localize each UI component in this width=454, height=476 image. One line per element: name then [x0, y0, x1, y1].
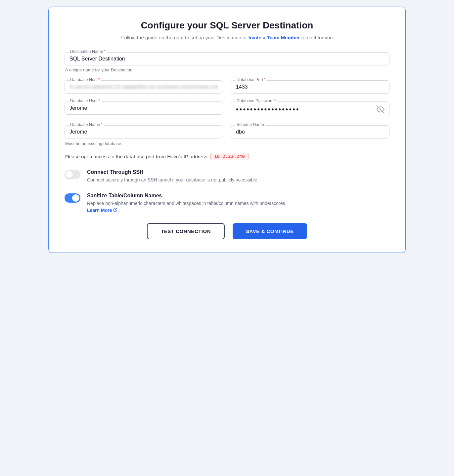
ssh-toggle-thumb	[66, 171, 73, 178]
database-port-label: Database Port*	[235, 77, 267, 82]
database-host-group: Database Host*	[65, 80, 223, 94]
ip-note-text: Please open access to the database port …	[65, 154, 207, 159]
dbname-schema-row: Database Name* Schema Name	[65, 125, 389, 139]
ssh-toggle-section: Connect Through SSH Connect securely thr…	[65, 169, 389, 183]
sanitize-toggle-content: Sanitize Table/Column Names Replace non-…	[87, 193, 389, 214]
database-password-label: Database Password*	[235, 99, 277, 103]
schema-name-label: Schema Name	[235, 122, 265, 127]
sanitize-toggle[interactable]	[65, 193, 80, 203]
button-row: TEST CONNECTION SAVE & CONTINUE	[65, 223, 389, 239]
database-name-label: Database Name*	[69, 122, 104, 127]
subtitle-suffix: to do it for you	[301, 35, 333, 40]
database-host-input[interactable]	[69, 84, 218, 90]
ip-address-badge: 10.2.22.240	[210, 153, 249, 160]
ssh-toggle-title: Connect Through SSH	[87, 169, 389, 175]
destination-name-hint: A unique name for your Destination	[65, 67, 389, 72]
external-link-icon	[113, 207, 117, 214]
ssh-toggle-content: Connect Through SSH Connect securely thr…	[87, 169, 389, 183]
sanitize-toggle-thumb	[72, 194, 79, 202]
destination-name-section: Destination Name* A unique name for your…	[65, 52, 389, 72]
test-connection-button[interactable]: TEST CONNECTION	[147, 223, 225, 239]
database-host-label: Database Host*	[69, 77, 101, 82]
destination-name-wrapper: Destination Name*	[65, 52, 389, 65]
svg-line-1	[115, 208, 117, 210]
database-port-input[interactable]	[236, 84, 385, 90]
database-name-wrapper: Database Name*	[65, 125, 223, 139]
host-port-row: Database Host* Database Port*	[65, 80, 389, 94]
database-user-group: Database User*	[65, 101, 223, 117]
database-port-wrapper: Database Port*	[231, 80, 389, 94]
sanitize-toggle-desc: Replace non-alphanumeric characters and …	[87, 200, 389, 214]
destination-name-group: Destination Name* A unique name for your…	[65, 52, 389, 72]
ip-note: Please open access to the database port …	[65, 153, 389, 160]
schema-name-group: Schema Name	[231, 125, 389, 139]
learn-more-link[interactable]: Learn More	[87, 207, 117, 214]
sanitize-toggle-track	[65, 193, 80, 203]
database-password-input[interactable]	[236, 105, 377, 114]
database-password-wrapper: Database Password*	[231, 101, 389, 117]
ssh-toggle[interactable]	[65, 170, 80, 179]
database-user-wrapper: Database User*	[65, 101, 223, 115]
user-password-row: Database User* Database Password*	[65, 101, 389, 117]
sanitize-toggle-section: Sanitize Table/Column Names Replace non-…	[65, 193, 389, 214]
toggle-password-visibility-icon[interactable]	[377, 105, 385, 113]
database-port-group: Database Port*	[231, 80, 389, 94]
ssh-toggle-desc: Connect securely through an SSH tunnel i…	[87, 177, 389, 183]
database-user-input[interactable]	[69, 105, 218, 111]
database-host-wrapper: Database Host*	[65, 80, 223, 94]
database-name-hint: Must be an existing database.	[65, 141, 389, 146]
schema-name-input[interactable]	[236, 129, 385, 135]
ssh-toggle-track	[65, 170, 80, 179]
subtitle-text: Follow the guide on the right to set up …	[121, 35, 247, 40]
page-title: Configure your SQL Server Destination	[65, 20, 389, 31]
database-password-group: Database Password*	[231, 101, 389, 117]
database-user-label: Database User*	[69, 99, 101, 103]
invite-team-link[interactable]: Invite a Team Member	[249, 35, 300, 40]
database-name-group: Database Name*	[65, 125, 223, 139]
password-input-wrapper	[236, 105, 385, 114]
database-name-input[interactable]	[69, 129, 218, 135]
main-card: Configure your SQL Server Destination Fo…	[48, 7, 406, 253]
destination-name-input[interactable]	[69, 56, 385, 62]
subtitle: Follow the guide on the right to set up …	[65, 35, 389, 40]
sanitize-toggle-title: Sanitize Table/Column Names	[87, 193, 389, 199]
save-continue-button[interactable]: SAVE & CONTINUE	[233, 223, 307, 239]
schema-name-wrapper: Schema Name	[231, 125, 389, 139]
destination-name-label: Destination Name*	[69, 49, 107, 54]
